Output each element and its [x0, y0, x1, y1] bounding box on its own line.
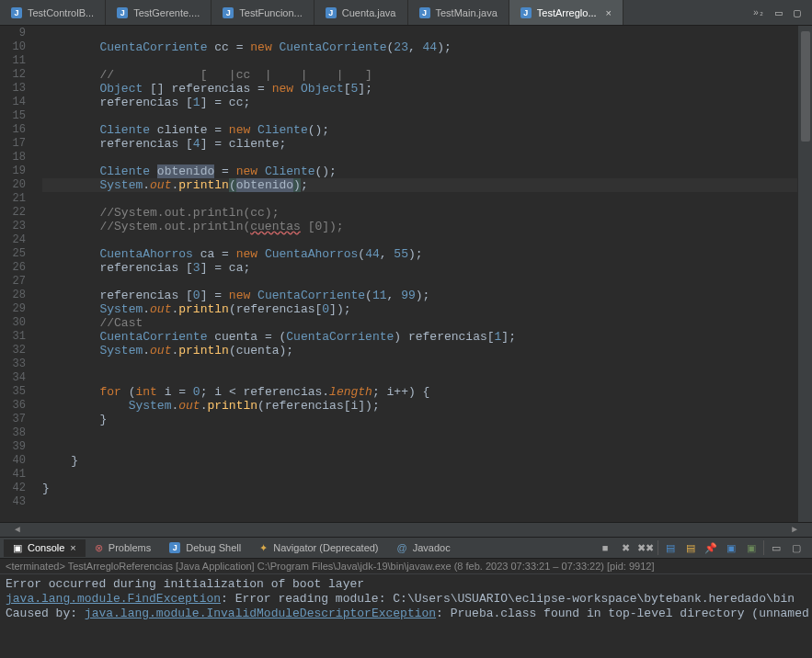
tab-label: Javadoc: [413, 542, 451, 553]
remove-all-button[interactable]: ✖✖: [637, 539, 654, 556]
java-icon: J: [419, 7, 430, 18]
tab-debugshell[interactable]: JDebug Shell: [160, 539, 250, 556]
tab-label: TestArreglo...: [537, 7, 597, 18]
java-icon: J: [223, 7, 234, 18]
exception-link[interactable]: java.lang.module.FindException: [6, 592, 221, 606]
java-icon: J: [169, 542, 180, 553]
tab-label: Debug Shell: [186, 542, 241, 553]
bottom-panel: ▣Console× ⊗Problems JDebug Shell ✦Naviga…: [0, 537, 812, 654]
java-icon: J: [326, 7, 337, 18]
tab-testcontrolb[interactable]: JTestControlB...: [0, 0, 106, 25]
close-icon[interactable]: ×: [606, 7, 612, 18]
window-controls: ▭ ▢: [772, 6, 812, 19]
tab-testarreglo[interactable]: JTestArreglo...×: [509, 0, 623, 25]
terminate-button[interactable]: ■: [597, 539, 613, 556]
tab-javadoc[interactable]: @Javadoc: [388, 539, 460, 556]
exception-link[interactable]: java.lang.module.InvalidModuleDescriptor…: [85, 607, 436, 620]
tab-label: Console: [28, 542, 64, 553]
minimize-panel-button[interactable]: ▭: [768, 539, 784, 556]
editor-tab-bar: JTestControlB... JTestGerente.... JTestF…: [0, 0, 812, 26]
compass-icon: ✦: [259, 542, 268, 554]
tab-label: Problems: [109, 542, 151, 553]
editor-area: 9 10 11 12 13 14 15 16 17 18 19 20 21 22…: [0, 26, 812, 522]
maximize-icon[interactable]: ▢: [790, 6, 805, 19]
bottom-tab-bar: ▣Console× ⊗Problems JDebug Shell ✦Naviga…: [0, 537, 812, 559]
line-number-gutter: 9 10 11 12 13 14 15 16 17 18 19 20 21 22…: [0, 26, 35, 522]
console-header: <terminated> TestArregloReferencias [Jav…: [0, 559, 812, 574]
error-text: Caused by:: [6, 607, 85, 620]
maximize-panel-button[interactable]: ▢: [788, 539, 805, 556]
vertical-scrollbar[interactable]: [797, 26, 812, 522]
horizontal-scrollbar[interactable]: ◄ ►: [0, 522, 812, 537]
scroll-track[interactable]: [35, 523, 777, 537]
code-editor[interactable]: CuentaCorriente cc = new CuentaCorriente…: [35, 26, 797, 522]
tab-label: Navigator (Deprecated): [273, 542, 378, 553]
scrollbar-thumb[interactable]: [801, 31, 810, 142]
tab-overflow-button[interactable]: »₂: [746, 6, 772, 20]
tab-label: TestControlB...: [28, 7, 94, 18]
java-icon: J: [117, 7, 128, 18]
console-output[interactable]: Error occurred during initialization of …: [0, 574, 812, 624]
scroll-right-icon[interactable]: ►: [777, 523, 812, 537]
console-icon: ▣: [13, 542, 22, 554]
tab-cuenta[interactable]: JCuenta.java: [315, 0, 408, 25]
minimize-icon[interactable]: ▭: [772, 6, 786, 19]
java-icon: J: [11, 7, 22, 18]
tab-testgerente[interactable]: JTestGerente....: [106, 0, 212, 25]
tab-list: JTestControlB... JTestGerente.... JTestF…: [0, 0, 746, 25]
pin-console-button[interactable]: 📌: [703, 539, 719, 556]
tab-navigator[interactable]: ✦Navigator (Deprecated): [250, 539, 387, 557]
tab-label: Cuenta.java: [342, 7, 396, 18]
tab-label: TestFuncion...: [239, 7, 302, 18]
warning-icon: ⊗: [95, 542, 103, 554]
scroll-lock-button[interactable]: ▤: [682, 539, 699, 556]
remove-launch-button[interactable]: ✖: [617, 539, 634, 556]
tab-testmain[interactable]: JTestMain.java: [408, 0, 509, 25]
java-icon: J: [520, 7, 532, 18]
tab-problems[interactable]: ⊗Problems: [86, 539, 160, 557]
error-text: : Prueba.class found in top-level direct…: [436, 607, 812, 620]
clear-console-button[interactable]: ▤: [662, 539, 679, 556]
at-icon: @: [397, 542, 407, 553]
display-selected-button[interactable]: ▣: [723, 539, 739, 556]
scroll-left-icon[interactable]: ◄: [0, 523, 35, 537]
tab-console[interactable]: ▣Console×: [4, 539, 86, 557]
open-console-button[interactable]: ▣: [743, 539, 760, 556]
console-toolbar: ■ ✖ ✖✖ ▤ ▤ 📌 ▣ ▣ ▭ ▢: [597, 539, 808, 556]
tab-testfuncion[interactable]: JTestFuncion...: [212, 0, 314, 25]
tab-label: TestMain.java: [436, 7, 497, 18]
error-text: : Error reading module: C:\Users\USUARIO…: [221, 592, 795, 606]
close-icon[interactable]: ×: [70, 542, 75, 553]
error-line: Error occurred during initialization of …: [6, 577, 364, 591]
tab-label: TestGerente....: [133, 7, 200, 18]
